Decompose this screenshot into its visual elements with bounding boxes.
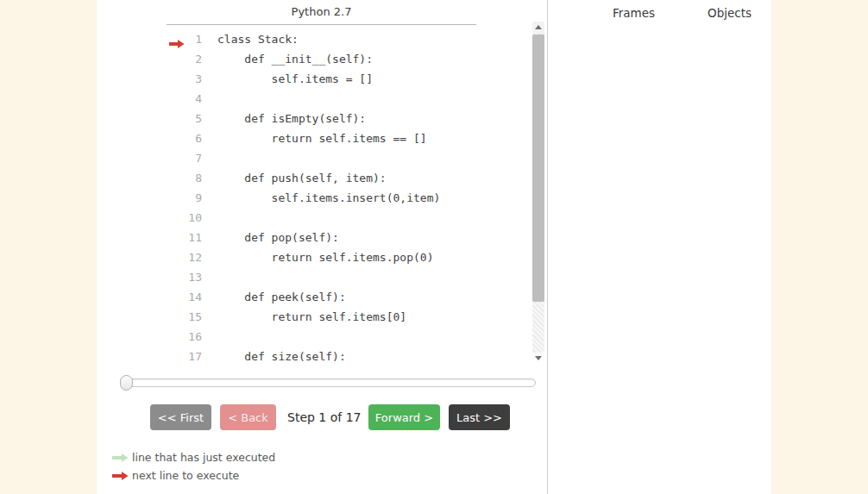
frames-header: Frames xyxy=(613,6,655,20)
code-line: 12 return self.items.pop(0) xyxy=(97,247,532,267)
code-line: 7 xyxy=(97,148,532,168)
legend-executed-label: line that has just executed xyxy=(132,451,275,464)
code-text: self.items.insert(0,item) xyxy=(217,191,440,204)
code-line: 2 def __init__(self): xyxy=(97,49,532,69)
code-text: def __init__(self): xyxy=(217,53,373,66)
frames-objects-pane: Frames Objects xyxy=(548,0,771,494)
code-line: 11 def pop(self): xyxy=(97,228,532,247)
line-number: 1 xyxy=(185,33,202,46)
line-number: 12 xyxy=(185,251,202,264)
scrollbar-up-icon[interactable] xyxy=(532,22,544,33)
line-number: 14 xyxy=(185,291,202,303)
line-number: 4 xyxy=(185,92,202,105)
next-line-arrow-icon xyxy=(112,472,129,480)
code-line: 1class Stack: xyxy=(97,29,532,49)
page-background: Python 2.7 1class Stack:2 def __init__(s… xyxy=(0,0,868,494)
line-number: 15 xyxy=(185,310,202,323)
code-line: 15 return self.items[0] xyxy=(97,307,532,327)
code-text: return self.items[0] xyxy=(217,310,406,323)
step-indicator: Step 1 of 17 xyxy=(287,410,361,424)
code-line: 16 xyxy=(97,327,532,347)
code-line: 17 def size(self): xyxy=(97,347,532,366)
code-line: 14 def peek(self): xyxy=(97,287,532,307)
next-line-arrow-icon xyxy=(169,35,185,44)
line-number: 16 xyxy=(185,330,202,343)
line-number: 10 xyxy=(185,211,202,224)
code-text: return self.items.pop(0) xyxy=(217,251,433,264)
objects-header: Objects xyxy=(708,6,752,20)
code-lines: 1class Stack:2 def __init__(self):3 self… xyxy=(97,29,532,366)
slider-thumb[interactable] xyxy=(120,375,133,391)
visualizer-panel: Python 2.7 1class Stack:2 def __init__(s… xyxy=(97,0,771,494)
line-number: 2 xyxy=(185,53,202,66)
code-text: def isEmpty(self): xyxy=(217,112,366,125)
legend-next-row: next line to execute xyxy=(112,469,239,482)
line-number: 3 xyxy=(185,72,202,85)
last-button[interactable]: Last >> xyxy=(449,404,510,430)
code-text: return self.items == [] xyxy=(217,132,427,145)
executed-line-arrow-icon xyxy=(112,453,129,462)
line-number: 7 xyxy=(185,152,202,165)
line-number: 13 xyxy=(185,271,202,284)
scrollbar-down-icon[interactable] xyxy=(532,353,544,364)
line-number: 6 xyxy=(185,132,202,145)
line-number: 8 xyxy=(185,172,202,184)
code-line: 10 xyxy=(97,208,532,228)
title-divider xyxy=(167,24,476,25)
line-number: 17 xyxy=(185,350,202,363)
code-line: 8 def push(self, item): xyxy=(97,168,532,188)
code-text: def size(self): xyxy=(217,350,346,363)
scrollbar-track[interactable] xyxy=(532,33,544,353)
forward-button[interactable]: Forward > xyxy=(368,404,440,430)
code-line: 13 xyxy=(97,267,532,287)
first-button[interactable]: << First xyxy=(150,404,211,430)
python-version-title: Python 2.7 xyxy=(167,5,476,18)
line-number: 5 xyxy=(185,112,202,125)
code-text: def pop(self): xyxy=(217,231,339,244)
legend-next-label: next line to execute xyxy=(132,469,239,482)
code-text: def push(self, item): xyxy=(217,172,387,184)
code-text: class Stack: xyxy=(217,33,299,46)
code-line: 5 def isEmpty(self): xyxy=(97,109,532,128)
execution-slider[interactable] xyxy=(121,378,536,387)
code-text: def peek(self): xyxy=(217,291,346,303)
scrollbar-thumb[interactable] xyxy=(532,34,544,302)
line-number: 11 xyxy=(185,231,202,244)
code-line: 6 return self.items == [] xyxy=(97,128,532,148)
line-number: 9 xyxy=(185,191,202,204)
code-line: 9 self.items.insert(0,item) xyxy=(97,188,532,208)
code-display: 1class Stack:2 def __init__(self):3 self… xyxy=(97,29,532,366)
code-scrollbar[interactable] xyxy=(532,22,544,364)
code-line: 3 self.items = [] xyxy=(97,69,532,89)
legend-executed-row: line that has just executed xyxy=(112,451,275,464)
back-button[interactable]: < Back xyxy=(220,404,276,430)
code-line: 4 xyxy=(97,89,532,109)
code-text: self.items = [] xyxy=(217,72,373,85)
